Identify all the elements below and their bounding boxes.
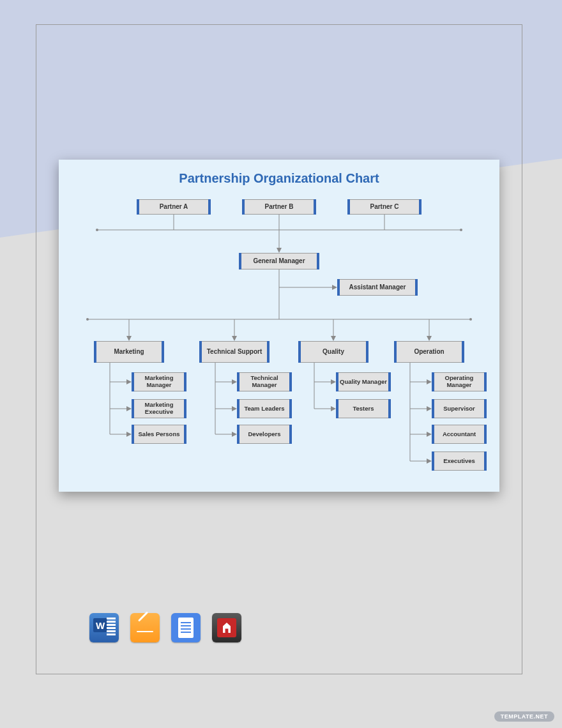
svg-marker-31	[232, 379, 237, 384]
label: Testers	[353, 406, 374, 413]
label: Marketing Executive	[135, 402, 183, 416]
label: Partner A	[160, 203, 188, 211]
node-dept-quality: Quality	[298, 341, 368, 363]
svg-point-13	[469, 318, 472, 321]
svg-marker-26	[126, 406, 132, 411]
label: Marketing	[114, 348, 144, 356]
label: Technical Manager	[240, 375, 289, 389]
label: Partner C	[370, 203, 399, 211]
label: Quality Manager	[340, 379, 387, 386]
svg-marker-35	[232, 432, 237, 437]
svg-marker-17	[232, 336, 237, 341]
node-partner-b: Partner B	[242, 199, 316, 215]
label: Partner B	[264, 203, 293, 211]
label: Operation	[414, 348, 444, 356]
svg-marker-24	[126, 379, 132, 384]
node-dept-marketing: Marketing	[94, 341, 164, 363]
format-icons	[89, 613, 241, 642]
svg-marker-45	[427, 406, 432, 411]
svg-marker-33	[232, 406, 237, 411]
node-role-technical-manager: Technical Manager	[237, 372, 292, 391]
node-role-supervisor: Supervisor	[432, 399, 487, 418]
node-dept-technical: Technical Support	[199, 341, 270, 363]
node-role-operating-manager: Operating Manager	[432, 372, 487, 391]
svg-marker-43	[427, 379, 432, 384]
node-assistant-manager: Assistant Manager	[337, 279, 418, 296]
svg-marker-15	[126, 336, 132, 341]
node-role-marketing-manager: Marketing Manager	[132, 372, 186, 391]
svg-point-5	[460, 229, 462, 231]
word-icon[interactable]	[89, 613, 119, 642]
label: Marketing Manager	[135, 375, 183, 389]
stage: Partnership Organizational Chart	[0, 0, 562, 728]
label: Developers	[248, 431, 280, 438]
node-general-manager: General Manager	[239, 253, 319, 269]
svg-marker-47	[427, 432, 432, 437]
svg-marker-38	[331, 379, 336, 384]
svg-marker-21	[427, 336, 432, 341]
svg-marker-28	[126, 432, 132, 437]
node-dept-operation: Operation	[394, 341, 464, 363]
label: Quality	[323, 348, 344, 356]
label: Operating Manager	[435, 375, 483, 389]
node-role-sales-persons: Sales Persons	[132, 425, 186, 444]
pdf-icon[interactable]	[212, 613, 241, 642]
svg-point-12	[86, 318, 89, 321]
label: General Manager	[253, 257, 305, 265]
label: Technical Support	[207, 348, 262, 356]
watermark-badge: TEMPLATE.NET	[494, 711, 554, 722]
label: Accountant	[443, 431, 476, 438]
node-partner-a: Partner A	[137, 199, 211, 215]
label: Team Leaders	[244, 406, 284, 413]
label: Executives	[443, 458, 475, 465]
node-role-quality-manager: Quality Manager	[336, 372, 391, 391]
pages-icon[interactable]	[130, 613, 160, 642]
node-role-executives: Executives	[432, 451, 487, 471]
node-role-testers: Testers	[336, 399, 391, 418]
svg-marker-19	[331, 336, 336, 341]
node-partner-c: Partner C	[347, 199, 422, 215]
chart-card: Partnership Organizational Chart	[59, 160, 499, 492]
svg-marker-40	[331, 406, 336, 411]
label: Supervisor	[443, 406, 475, 413]
svg-marker-10	[332, 285, 337, 290]
svg-marker-49	[427, 459, 432, 464]
svg-marker-7	[277, 248, 282, 253]
svg-point-4	[96, 229, 98, 231]
node-role-accountant: Accountant	[432, 425, 487, 444]
node-role-developers: Developers	[237, 425, 292, 444]
label: Assistant Manager	[349, 284, 406, 291]
google-docs-icon[interactable]	[171, 613, 201, 642]
label: Sales Persons	[139, 431, 180, 438]
node-role-marketing-executive: Marketing Executive	[132, 399, 186, 418]
node-role-team-leaders: Team Leaders	[237, 399, 292, 418]
